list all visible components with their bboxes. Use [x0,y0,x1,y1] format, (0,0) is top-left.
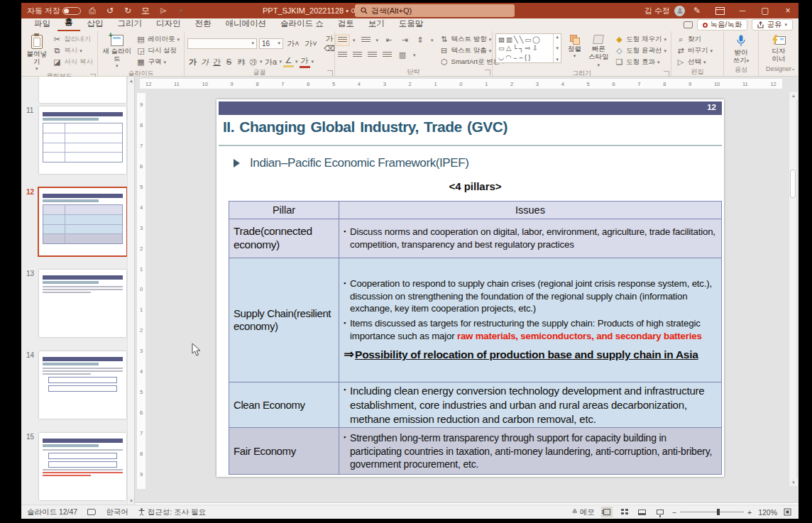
font-name-combo[interactable]: ▾ [187,38,257,49]
slide-thumbnail-11[interactable]: 11 [21,106,134,174]
bullets-icon[interactable] [338,37,347,43]
language-indicator[interactable]: 한국어 [106,507,128,517]
record-button[interactable]: 녹음/녹화 [697,19,748,31]
font-dialog-launcher[interactable] [327,70,333,76]
slide-thumbnail-13[interactable]: 13 [21,270,134,337]
tab-home[interactable]: 홈 [57,16,80,31]
comments-icon[interactable] [684,21,693,28]
decrease-indent-icon[interactable]: ⇤ [384,35,394,45]
zoom-in-icon[interactable]: + [747,508,752,517]
ribbon-display-options-icon[interactable] [709,3,730,18]
tab-slideshow[interactable]: 슬라이드 쇼 [273,17,331,31]
vertical-ruler[interactable]: 9876543210123456789 [136,92,146,490]
tab-draw[interactable]: 그리기 [111,17,150,31]
strikethrough-icon[interactable]: S [224,57,234,66]
align-center-icon[interactable] [353,52,362,58]
replace-button[interactable]: ⇄바꾸기▾ [674,45,714,56]
shrink-font-icon[interactable]: 가˅ [303,38,319,49]
numbering-icon[interactable] [361,37,371,43]
reading-view-button[interactable] [637,507,648,517]
scrollbar-thumb[interactable] [790,170,796,198]
avatar[interactable] [674,6,685,16]
tab-file[interactable]: 파일 [27,17,57,31]
save-icon[interactable]: ⎙ [86,5,99,16]
slide-thumbnail-12[interactable]: 12 [21,188,134,255]
table-caption[interactable]: <4 pillars> [229,180,722,192]
increase-indent-icon[interactable]: ⇥ [400,35,410,45]
drawing-dialog-launcher[interactable] [664,71,669,77]
tab-insert[interactable]: 삽입 [80,17,111,31]
layout-button[interactable]: ▤레이아웃▾ [134,34,181,45]
quick-access-more-icon[interactable]: ▾ [175,5,187,16]
zoom-track[interactable] [680,512,744,512]
search-input[interactable]: 검색(Alt+Q) [355,4,515,17]
justify-icon[interactable] [383,52,392,58]
thumbnail-scrollbar[interactable]: ▲ ▼ [127,77,134,505]
tab-animations[interactable]: 애니메이션 [219,17,274,31]
normal-view-button[interactable] [601,507,613,517]
shape-outline-button[interactable]: ◇도형 윤곽선▾ [613,45,668,56]
designer-button[interactable]: 디자 이너 [764,33,794,63]
tab-view[interactable]: 보기 [361,17,392,31]
character-spacing-icon[interactable]: ㉮ [248,57,258,67]
slide-canvas[interactable]: 12 II. Changing Global Industry, Trade (… [216,99,724,477]
pillars-table[interactable]: Pillar Issues Trade(connected economy) ▪… [229,201,722,475]
scroll-down-icon[interactable]: ▼ [128,497,135,505]
zoom-out-icon[interactable]: − [672,508,676,517]
shapes-gallery[interactable]: ▤▥╲╲▭◯ ▭△└┐⇨⇩ ◡◠⌣⌢{} ▲ ▼ ▼ [495,33,561,63]
reset-button[interactable]: ◲다시 설정 [134,45,181,56]
slide-thumbnail-15[interactable]: 15 [21,433,134,500]
start-slideshow-icon[interactable]: 모 [139,5,152,16]
zoom-slider[interactable]: − + [672,508,752,517]
columns-icon[interactable]: ▥ [397,50,407,60]
autosave-toggle[interactable]: 자동 저장 [27,6,81,16]
font-size-combo[interactable]: 16▾ [259,38,283,49]
select-button[interactable]: ▷선택▾ [674,57,714,67]
canvas-scrollbar[interactable]: ▲ ▼ [789,91,797,487]
format-painter-quick-icon[interactable]: ⌲ [157,5,170,16]
horizontal-ruler[interactable]: 1211109876543210123456789101112 [139,78,783,89]
slideshow-view-button[interactable] [654,507,666,517]
minimize-button[interactable]: ─ [732,3,753,18]
format-painter-button[interactable]: ◪서식 복사 [50,57,94,67]
zoom-level[interactable]: 120% [758,508,777,517]
shapes-scroll-up-icon[interactable]: ▲ [555,35,559,39]
slide-indicator[interactable]: 슬라이드 12/47 [27,507,77,517]
italic-icon[interactable]: 가 [199,57,210,67]
slide-sorter-view-button[interactable] [619,507,630,517]
user-name[interactable]: 김 수정 [644,6,673,16]
collapse-ribbon-icon[interactable]: ⌃ [791,68,796,75]
quick-styles-button[interactable]: 빠른 스타일▾ [588,33,609,69]
undo-icon[interactable]: ↺ [104,5,116,16]
zoom-thumb[interactable] [717,509,720,515]
bold-icon[interactable]: 가 [187,57,198,67]
scroll-up-icon[interactable]: ▲ [789,92,798,99]
notes-toggle-button[interactable]: ≙ 메모 [571,507,594,517]
shapes-gallery-more-icon[interactable]: ▼ [555,57,559,62]
highlight-color-icon[interactable]: ∠ [283,56,294,67]
arrange-button[interactable]: 정렬▾ [565,33,584,59]
maximize-button[interactable]: ▢ [755,3,776,18]
accessibility-status[interactable]: 접근성: 조사 필요 [138,507,206,517]
thumbnail-partial-slide-10[interactable] [39,77,126,103]
tab-help[interactable]: 도움말 [392,17,431,31]
scroll-down-icon[interactable]: ▼ [789,478,798,486]
paste-button[interactable]: 붙여넣기▾ [24,33,49,72]
redo-icon[interactable]: ↻ [121,5,134,16]
shapes-scroll-down-icon[interactable]: ▼ [555,46,559,50]
cut-button[interactable]: ✂잘라내기 [50,34,94,45]
share-button[interactable]: 공유 ▾ [752,19,793,31]
dictate-button[interactable]: 받아 쓰기▾ [727,33,755,65]
section-button[interactable]: ▦구역▾ [134,57,181,67]
tab-design[interactable]: 디자인 [149,17,188,31]
tab-transitions[interactable]: 전환 [188,17,219,31]
text-shadow-icon[interactable]: 캬 [236,57,246,67]
close-button[interactable]: × [777,3,799,18]
fit-to-window-icon[interactable] [784,508,791,516]
spellcheck-icon[interactable] [87,509,96,515]
grow-font-icon[interactable]: 가˄ [285,38,301,49]
slide-thumbnail-14[interactable]: 14 [21,351,134,419]
shape-effects-button[interactable]: ❏도형 효과▾ [613,57,668,67]
slide-title[interactable]: II. Changing Global Industry, Trade (GVC… [223,119,508,136]
slide-bullet-line[interactable]: Indian–Pacific Economic Framework(IPEF) [234,156,468,170]
